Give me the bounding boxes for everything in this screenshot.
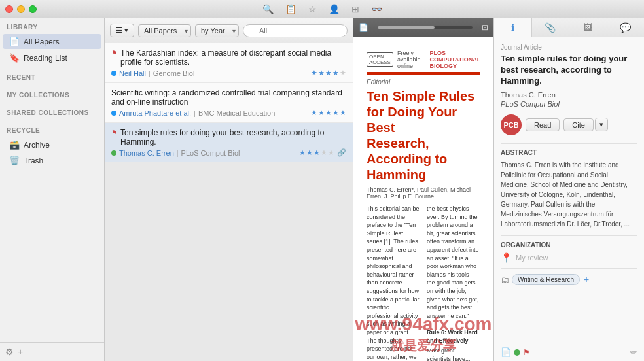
content-area: ☰ ▾ All Papers by Year: [105, 18, 644, 361]
sidebar-item-label: All Papers: [24, 37, 60, 46]
org-review-text: My review: [516, 254, 548, 262]
glasses-icon[interactable]: 👓: [371, 4, 382, 14]
paper-item-1[interactable]: ⚑ The Kardashian index: a measure of dis…: [105, 43, 353, 83]
paper-sep-1: |: [149, 69, 151, 77]
journal-avatar: PCB: [501, 114, 522, 135]
sidebar-recycle-section: Recycle 🗃️ Archive 🗑️ Trash: [0, 124, 104, 169]
sidebar-item-archive[interactable]: 🗃️ Archive: [3, 137, 101, 152]
add-icon[interactable]: +: [18, 347, 23, 357]
person-icon[interactable]: 👤: [329, 4, 340, 14]
page-icon[interactable]: 📄: [501, 347, 511, 357]
flag-icon[interactable]: ⚑: [523, 348, 530, 357]
article-journal: PLoS Comput Biol: [501, 100, 637, 108]
preview-col-left: This editorial can be considered the pre…: [367, 205, 420, 361]
sidebar-item-all-papers[interactable]: 📄 All Papers: [3, 34, 101, 49]
paper-author-1: Neil Hall: [119, 69, 146, 77]
filter-select-wrapper: All Papers: [138, 24, 191, 37]
close-button[interactable]: [5, 5, 13, 13]
titlebar-toolbar: 🔍 📋 ☆ 👤 ⊞ 👓: [262, 4, 382, 14]
tab-info[interactable]: ℹ: [494, 18, 532, 37]
paper-title-3: ⚑ Ten simple rules for doing your best r…: [111, 128, 346, 146]
search-wrapper: [243, 24, 348, 37]
preview-red-bar: [367, 72, 480, 75]
org-row: 📍 My review: [501, 252, 637, 263]
plos-logo: PLOS COMPUTATIONAL BIOLOGY: [430, 50, 481, 69]
sidebar-shared-collections-section: Shared Collections: [0, 107, 104, 119]
preview-progress-bar[interactable]: [378, 26, 473, 29]
preview-wrapper: OPEN ACCESS Freely available online PLOS…: [353, 37, 493, 361]
read-button[interactable]: Read: [526, 118, 560, 131]
paper-list-column: ☰ ▾ All Papers by Year: [105, 18, 353, 361]
rule6-text: Most great scientists have...: [427, 347, 480, 361]
sidebar: Library 📄 All Papers 🔖 Reading List Rece…: [0, 18, 105, 361]
cite-dropdown[interactable]: ▾: [595, 118, 608, 131]
settings-icon[interactable]: ⚙: [5, 347, 14, 357]
columns-icon[interactable]: ⊞: [351, 4, 359, 14]
right-panel-bottom: 📄 ⚑ ✏: [494, 343, 644, 361]
article-title: Ten simple rules for doing your best res…: [501, 54, 637, 87]
writing-research-tag[interactable]: Writing & Research: [512, 274, 580, 285]
search-input[interactable]: [243, 24, 348, 37]
star-icon[interactable]: ☆: [308, 4, 317, 14]
tab-citation[interactable]: 📎: [532, 18, 570, 37]
paper-stars-2: ★ ★ ★ ★ ★: [311, 109, 346, 117]
sidebar-item-trash[interactable]: 🗑️ Trash: [3, 153, 101, 168]
menu-button[interactable]: ☰ ▾: [110, 24, 134, 37]
tag-folder-icon: 🗂: [501, 275, 509, 284]
add-tag-button[interactable]: +: [584, 274, 589, 284]
divider-3: [501, 268, 637, 269]
pencil-icon[interactable]: ✏: [630, 347, 637, 357]
sidebar-my-collections-section: My Collections: [0, 89, 104, 101]
article-authors: Thomas C. Erren: [501, 91, 637, 99]
preview-authors: Thomas C. Erren*, Paul Cullen, Michael E…: [367, 186, 480, 199]
preview-content[interactable]: OPEN ACCESS Freely available online PLOS…: [353, 37, 493, 361]
paper-meta-2: Amruta Phadtare et al. | BMC Medical Edu…: [111, 109, 346, 117]
paper-sep-3: |: [177, 149, 179, 157]
maximize-button[interactable]: [29, 5, 37, 13]
sidebar-item-reading-list[interactable]: 🔖 Reading List: [3, 50, 101, 65]
paper-item-3[interactable]: ⚑ Ten simple rules for doing your best r…: [105, 123, 353, 163]
paper-meta-3: Thomas C. Erren | PLoS Comput Biol ★ ★ ★…: [111, 148, 346, 157]
preview-body-text: This editorial can be considered the pre…: [367, 205, 420, 361]
article-type: Journal Article: [501, 44, 637, 51]
right-panel: ℹ 📎 🖼 💬 Journal Article Ten simple rules…: [493, 18, 644, 361]
location-icon: 📍: [501, 252, 512, 263]
paper-item-2[interactable]: Scientific writing: a randomized control…: [105, 83, 353, 123]
freely-available-text: Freely available online: [397, 50, 426, 69]
tab-share[interactable]: 🖼: [569, 18, 607, 37]
sort-select[interactable]: by Year: [195, 24, 239, 37]
paper-title-text-3: Ten simple rules for doing your best res…: [120, 128, 346, 146]
archive-icon: 🗃️: [9, 140, 20, 150]
preview-body-text-right: the best physics ever. By turning the pr…: [427, 205, 480, 320]
paper-journal-3: PLoS Comput Biol: [181, 149, 240, 157]
preview-doc-icon[interactable]: 📄: [359, 23, 368, 32]
preview-expand-icon[interactable]: ⊡: [482, 23, 488, 32]
paper-stars-3: ★ ★ ★ ★ ★: [299, 148, 334, 157]
status-dot-1: [111, 71, 116, 76]
paper-title-1: ⚑ The Kardashian index: a measure of dis…: [111, 48, 346, 67]
recent-label: Recent: [0, 71, 104, 84]
search-icon[interactable]: 🔍: [262, 4, 274, 14]
filter-select[interactable]: All Papers: [138, 24, 191, 37]
paper-sep-2: |: [194, 109, 196, 117]
preview-col-right: the best physics ever. By turning the pr…: [427, 205, 480, 361]
minimize-button[interactable]: [17, 5, 25, 13]
sidebar-item-label: Trash: [24, 156, 43, 165]
status-dot-3: [111, 150, 116, 156]
paper-journal-1: Genome Biol: [153, 69, 195, 77]
preview-title: Ten Simple Rules for Doing Your Best Res…: [367, 88, 480, 182]
right-panel-content: Journal Article Ten simple rules for doi…: [494, 37, 644, 296]
paper-journal-2: BMC Medical Education: [198, 109, 275, 117]
color-dot-green[interactable]: [514, 349, 520, 356]
tab-comment[interactable]: 💬: [607, 18, 645, 37]
menu-chevron: ▾: [124, 26, 128, 35]
document-icon[interactable]: 📋: [285, 4, 296, 14]
sidebar-bottom-bar: ⚙ +: [0, 342, 104, 361]
article-actions: PCB Read Cite ▾: [501, 114, 637, 135]
paper-meta-1: Neil Hall | Genome Biol ★ ★ ★ ★ ★: [111, 69, 346, 77]
cite-button[interactable]: Cite: [564, 118, 594, 131]
open-access-row: OPEN ACCESS Freely available online PLOS…: [367, 50, 480, 69]
cite-wrapper: Cite ▾: [564, 118, 608, 131]
sort-select-wrapper: by Year: [195, 24, 239, 37]
pin-icon-3: ⚑: [111, 129, 118, 137]
